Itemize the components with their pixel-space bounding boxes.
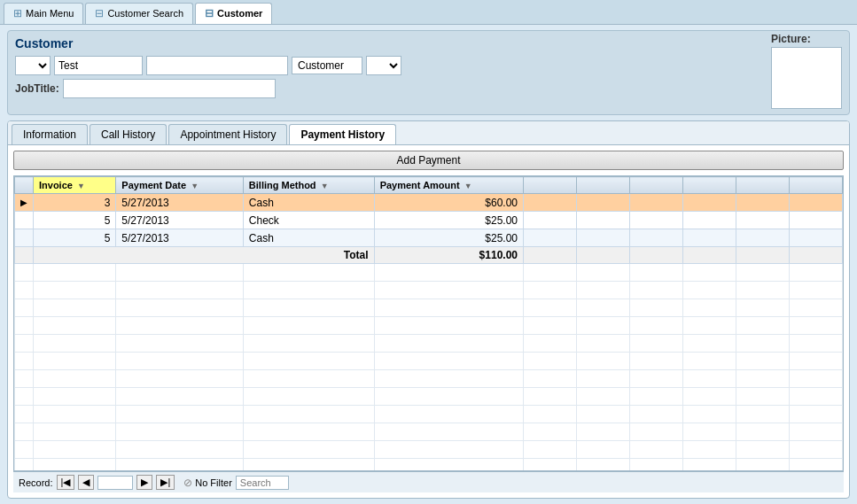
- jobtitle-row: JobTitle:: [15, 79, 771, 98]
- invoice-cell: 3: [34, 194, 116, 212]
- total-row: Total $110.00: [15, 247, 843, 264]
- nav-last-button[interactable]: ▶|: [156, 475, 175, 490]
- filter-funnel-icon: ⊘: [183, 477, 192, 489]
- tab-main-menu[interactable]: ⊞ Main Menu: [4, 3, 83, 24]
- picture-label: Picture:: [771, 33, 842, 45]
- payment-amount-header[interactable]: Payment Amount ▼: [374, 177, 523, 194]
- empty-extra: [683, 212, 736, 229]
- empty-extra: [790, 247, 843, 264]
- amount-cell: $25.00: [374, 229, 523, 247]
- invoice-header-label: Invoice: [39, 180, 73, 190]
- customer-title: Customer: [15, 36, 771, 50]
- empty-extra: [630, 212, 683, 229]
- tab-appointment-history[interactable]: Appointment History: [168, 124, 287, 144]
- grid-header-row: Invoice ▼ Payment Date ▼ Billing Method …: [15, 177, 843, 194]
- payment-date-sort-icon: ▼: [191, 182, 199, 190]
- first-name-field[interactable]: [54, 56, 143, 75]
- payment-grid[interactable]: Invoice ▼ Payment Date ▼ Billing Method …: [13, 175, 844, 471]
- tab-customer-search[interactable]: ⊟ Customer Search: [85, 3, 193, 24]
- empty-extra: [630, 247, 683, 264]
- amount-cell: $25.00: [374, 212, 523, 229]
- payment-history-content: Add Payment Invoice ▼ Payment Date: [8, 145, 849, 498]
- tab-call-history-label: Call History: [101, 128, 155, 141]
- tab-customer-search-label: Customer Search: [107, 8, 183, 19]
- main-menu-icon: ⊞: [13, 7, 22, 19]
- picture-box: Picture:: [771, 33, 842, 109]
- tab-customer-label: Customer: [217, 8, 262, 19]
- table-row[interactable]: 5 5/27/2013 Cash $25.00: [15, 229, 843, 247]
- payment-date-label: Payment Date: [121, 180, 186, 190]
- empty-extra: [736, 229, 790, 247]
- nav-search-input[interactable]: [236, 476, 289, 490]
- nav-next-button[interactable]: ▶: [136, 475, 152, 490]
- amount-cell: $60.00: [374, 194, 523, 212]
- customer-search-icon: ⊟: [95, 7, 104, 19]
- suffix-dropdown[interactable]: [366, 56, 401, 75]
- payment-date-header[interactable]: Payment Date ▼: [116, 177, 243, 194]
- tab-section: Information Call History Appointment His…: [7, 120, 850, 499]
- extra-col2: [577, 177, 630, 194]
- empty-extra: [790, 212, 843, 229]
- extra-col3: [630, 177, 683, 194]
- empty-extra: [524, 247, 577, 264]
- jobtitle-field[interactable]: [63, 79, 276, 98]
- empty-extra: [524, 212, 577, 229]
- nav-filter: ⊘ No Filter: [183, 477, 232, 489]
- top-tab-bar: ⊞ Main Menu ⊟ Customer Search ⊟ Customer: [0, 0, 857, 25]
- tab-call-history[interactable]: Call History: [90, 124, 167, 144]
- empty-extra: [736, 194, 790, 212]
- invoice-header[interactable]: Invoice ▼: [34, 177, 116, 194]
- tab-payment-history-label: Payment History: [300, 128, 385, 141]
- empty-extra: [577, 229, 630, 247]
- invoice-sort-icon: ▼: [77, 182, 85, 190]
- table-row[interactable]: ▶ 3 5/27/2013 Cash $60.00: [15, 194, 843, 212]
- tab-customer[interactable]: ⊟ Customer: [195, 3, 272, 24]
- empty-row: [15, 353, 843, 370]
- tab-information[interactable]: Information: [12, 124, 88, 144]
- tab-payment-history[interactable]: Payment History: [289, 124, 396, 144]
- empty-row: [15, 317, 843, 335]
- date-cell: 5/27/2013: [116, 194, 243, 212]
- tab-information-label: Information: [23, 128, 76, 141]
- billing-method-label: Billing Method: [249, 180, 316, 190]
- invoice-cell: 5: [34, 212, 116, 229]
- jobtitle-label: JobTitle:: [15, 82, 59, 95]
- empty-extra: [790, 229, 843, 247]
- method-cell: Cash: [243, 229, 374, 247]
- empty-row: [15, 370, 843, 388]
- table-row[interactable]: 5 5/27/2013 Check $25.00: [15, 212, 843, 229]
- tab-main-menu-label: Main Menu: [26, 8, 74, 19]
- prefix-dropdown[interactable]: [15, 56, 51, 75]
- billing-method-header[interactable]: Billing Method ▼: [243, 177, 374, 194]
- empty-extra: [577, 194, 630, 212]
- empty-extra: [524, 194, 577, 212]
- add-payment-button[interactable]: Add Payment: [13, 151, 844, 170]
- payment-amount-sort-icon: ▼: [464, 182, 472, 190]
- empty-extra: [577, 247, 630, 264]
- extra-col6: [790, 177, 843, 194]
- empty-extra: [524, 229, 577, 247]
- extra-col4: [683, 177, 736, 194]
- nav-record-input[interactable]: [97, 476, 133, 490]
- nav-first-button[interactable]: |◀: [57, 475, 75, 490]
- selector-header: [15, 177, 34, 194]
- tab-appointment-history-label: Appointment History: [180, 128, 276, 141]
- row-selector: [15, 212, 34, 229]
- method-cell: Check: [243, 212, 374, 229]
- method-cell: Cash: [243, 194, 374, 212]
- empty-row: [15, 423, 843, 441]
- nav-prev-button[interactable]: ◀: [78, 475, 94, 490]
- customer-icon: ⊟: [205, 7, 214, 19]
- empty-row: [15, 335, 843, 353]
- row-selector: [15, 229, 34, 247]
- nav-bar: Record: |◀ ◀ ▶ ▶| ⊘ No Filter: [13, 471, 844, 492]
- customer-name-display: Customer: [292, 57, 362, 74]
- empty-row: [15, 388, 843, 406]
- empty-extra: [630, 229, 683, 247]
- extra-col5: [736, 177, 790, 194]
- picture-frame: [771, 47, 842, 109]
- empty-extra: [683, 247, 736, 264]
- last-name-field[interactable]: [146, 56, 288, 75]
- empty-extra: [683, 194, 736, 212]
- empty-row: [15, 282, 843, 299]
